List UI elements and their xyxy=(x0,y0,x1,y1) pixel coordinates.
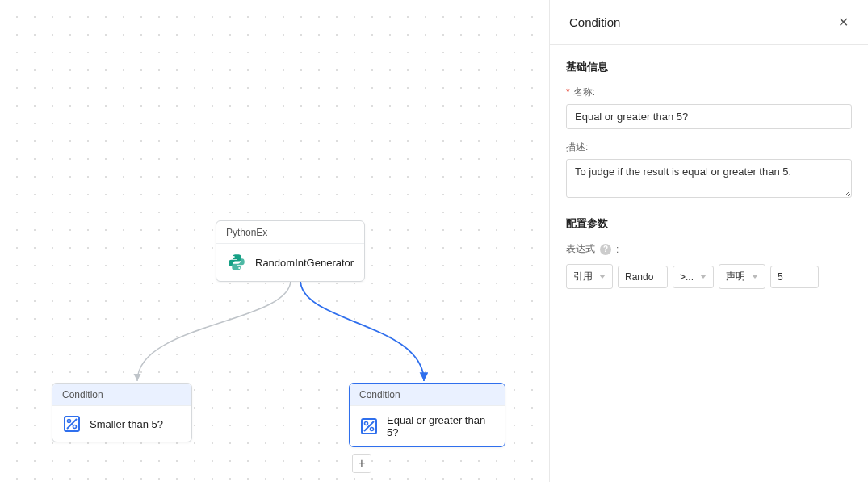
desc-label: 描述: xyxy=(566,140,852,154)
close-icon[interactable]: ✕ xyxy=(835,11,852,33)
condition-icon xyxy=(359,417,379,436)
python-node[interactable]: PythonEx RandomIntGenerator xyxy=(216,220,365,282)
panel-title: Condition xyxy=(569,15,620,29)
python-node-title: RandomIntGenerator xyxy=(255,257,354,269)
panel-header: Condition ✕ xyxy=(550,0,868,45)
edge-to-left xyxy=(137,280,291,381)
svg-point-8 xyxy=(365,422,368,425)
svg-line-3 xyxy=(67,419,77,429)
expression-label-row: 表达式 ? : xyxy=(566,242,852,256)
svg-line-7 xyxy=(364,421,374,431)
help-icon[interactable]: ? xyxy=(600,244,611,255)
add-node-button[interactable]: + xyxy=(352,454,371,473)
cond-right-type: Condition xyxy=(350,384,505,406)
expression-row: 引用 Rando >... 声明 5 xyxy=(566,264,852,289)
cond-left-title: Smaller than 5? xyxy=(90,418,163,430)
chevron-down-icon xyxy=(700,275,707,279)
python-node-type: PythonEx xyxy=(216,221,364,244)
condition-node-right[interactable]: Condition Equal or greater than 5? xyxy=(349,383,505,447)
expression-label: 表达式 xyxy=(566,242,595,256)
name-input[interactable] xyxy=(566,104,852,129)
required-mark: * xyxy=(566,86,570,98)
cond-left-type: Condition xyxy=(52,384,191,406)
svg-point-4 xyxy=(68,420,71,423)
right-value-input[interactable]: 5 xyxy=(770,266,819,288)
chevron-down-icon xyxy=(752,275,758,279)
left-ref-select[interactable]: Rando xyxy=(618,266,668,288)
edge-to-right xyxy=(300,280,424,381)
description-input[interactable] xyxy=(566,159,852,198)
svg-point-0 xyxy=(233,256,235,258)
basic-info-heading: 基础信息 xyxy=(566,60,852,74)
svg-point-9 xyxy=(371,428,374,431)
left-mode-select[interactable]: 引用 xyxy=(566,264,613,289)
panel-body: 基础信息 *名称: 描述: 配置参数 表达式 ? : 引用 Rando >...… xyxy=(550,45,868,304)
condition-node-left[interactable]: Condition Smaller than 5? xyxy=(52,383,192,442)
properties-panel: Condition ✕ 基础信息 *名称: 描述: 配置参数 表达式 ? : 引… xyxy=(549,0,868,482)
svg-point-1 xyxy=(238,267,240,269)
operator-select[interactable]: >... xyxy=(673,266,714,288)
colon: : xyxy=(616,244,619,255)
condition-icon xyxy=(62,414,82,434)
svg-point-5 xyxy=(73,425,77,429)
python-icon xyxy=(226,252,247,273)
config-heading: 配置参数 xyxy=(566,216,852,231)
cond-right-title: Equal or greater than 5? xyxy=(387,414,495,438)
right-mode-select[interactable]: 声明 xyxy=(719,264,765,289)
name-label: *名称: xyxy=(566,86,852,99)
flow-canvas[interactable]: PythonEx RandomIntGenerator Condition Sm… xyxy=(0,0,549,482)
chevron-down-icon xyxy=(599,275,606,279)
